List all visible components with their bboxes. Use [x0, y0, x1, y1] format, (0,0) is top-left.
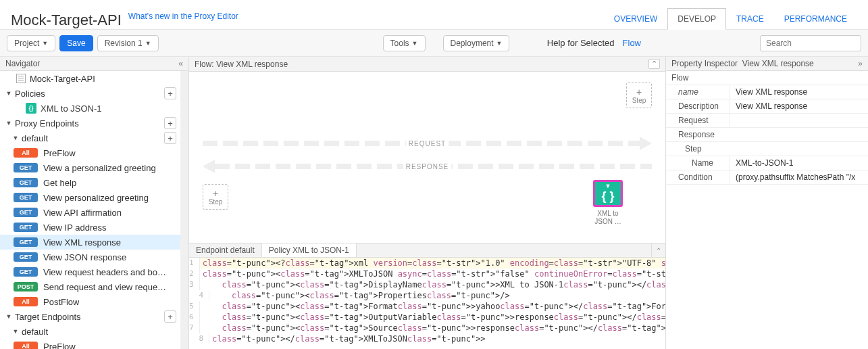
navigator-root[interactable]: Mock-Target-API: [0, 71, 188, 86]
add-response-step-button[interactable]: + Step: [203, 184, 228, 210]
collapse-sidebar-icon[interactable]: «: [178, 59, 183, 68]
chevron-down-icon: ▼: [5, 90, 12, 97]
flow-item[interactable]: AllPreFlow: [0, 145, 188, 160]
center-panel: Flow: View XML response ⌃ + Step REQUEST…: [189, 57, 665, 349]
navigator-header: Navigator «: [0, 57, 188, 71]
plus-icon: +: [636, 87, 642, 97]
flow-item[interactable]: GETView JSON response: [0, 250, 188, 264]
verb-badge: GET: [14, 193, 38, 202]
inspector-condition-row: Condition (proxy.pathsuffix MatchesPath …: [666, 170, 868, 185]
flow-item[interactable]: GETView XML response: [0, 235, 188, 250]
tools-dropdown[interactable]: Tools▼: [383, 35, 426, 51]
add-flow-button[interactable]: +: [164, 132, 176, 144]
target-endpoint-item[interactable]: ▼default: [0, 324, 188, 339]
code-line[interactable]: 4 class="t-punc"><class="t-tag">Properti…: [189, 290, 665, 301]
deployment-dropdown[interactable]: Deployment▼: [443, 35, 510, 51]
top-tabs: OVERVIEWDEVELOPTRACEPERFORMANCE: [604, 7, 857, 29]
flow-canvas-header: Flow: View XML response ⌃: [189, 57, 665, 72]
navigator-panel: Navigator « Mock-Target-API ▼ Policies +…: [0, 57, 189, 349]
policy-node-label: XML to JSON …: [591, 210, 625, 226]
flow-item[interactable]: GETView request headers and bo…: [0, 264, 188, 279]
save-button[interactable]: Save: [59, 35, 93, 51]
inspector-step-section: Step: [666, 142, 868, 156]
code-line[interactable]: 6 class="t-punc"><class="t-tag">OutputVa…: [189, 312, 665, 323]
inspector-step-name-row: Name XML-to-JSON-1: [666, 156, 868, 170]
chevron-down-icon: ▼: [5, 313, 12, 320]
flow-item[interactable]: AllPreFlow: [0, 339, 188, 349]
flow-item[interactable]: GETGet help: [0, 175, 188, 190]
arrow-down-icon: ▼: [605, 183, 611, 189]
code-line[interactable]: 7 class="t-punc"><class="t-tag">Sourcecl…: [189, 323, 665, 333]
code-editor[interactable]: 1class="t-punc"><?class="t-tag">xml vers…: [189, 258, 665, 349]
add-policy-button[interactable]: +: [164, 87, 176, 99]
verb-badge: All: [14, 297, 38, 306]
policy-item[interactable]: {}XML to JSON-1: [0, 101, 188, 116]
arrow-right-icon: [640, 137, 652, 150]
response-pipeline: RESPONSE: [203, 160, 652, 173]
tab-overview[interactable]: OVERVIEW: [604, 8, 667, 29]
policy-node-xml-to-json[interactable]: ▼ { } XML to JSON …: [591, 180, 625, 226]
project-dropdown[interactable]: Project▼: [7, 35, 55, 51]
editor-tab[interactable]: Endpoint default: [189, 243, 262, 257]
target-endpoints-section[interactable]: ▼ Target Endpoints +: [0, 309, 188, 324]
code-line[interactable]: 3 class="t-punc"><class="t-tag">DisplayN…: [189, 279, 665, 290]
add-target-endpoint-button[interactable]: +: [164, 310, 176, 323]
flow-help-link[interactable]: Flow: [623, 38, 641, 48]
chevron-down-icon: ▼: [42, 40, 48, 47]
verb-badge: GET: [14, 163, 38, 172]
policy-chip[interactable]: ▼ { }: [593, 180, 623, 207]
flow-item[interactable]: GETView IP address: [0, 220, 188, 235]
chevron-down-icon: ▼: [412, 40, 418, 47]
document-icon: [16, 74, 26, 83]
flow-item[interactable]: GETView a personalized greeting: [0, 160, 188, 175]
top-header: Mock-Target-API What's new in the Proxy …: [0, 0, 868, 30]
revision-dropdown[interactable]: Revision 1▼: [97, 35, 159, 51]
collapse-inspector-icon[interactable]: »: [858, 59, 863, 68]
minimize-editor-button[interactable]: ⌃: [651, 243, 665, 257]
response-label: RESPONSE: [403, 163, 452, 170]
scrollbar[interactable]: [180, 71, 188, 349]
code-line[interactable]: 5 class="t-punc"><class="t-tag">Formatcl…: [189, 301, 665, 312]
tab-trace[interactable]: TRACE: [726, 8, 774, 29]
flow-item[interactable]: GETView personalized greeting: [0, 190, 188, 205]
inspector-description-row: Description View XML response: [666, 99, 868, 114]
editor-tabs: Endpoint defaultPolicy XML to JSON-1 ⌃: [189, 243, 665, 258]
tab-develop[interactable]: DEVELOP: [667, 8, 726, 30]
navigator-tree: Mock-Target-API ▼ Policies + {}XML to JS…: [0, 71, 188, 349]
add-request-step-button[interactable]: + Step: [626, 83, 652, 108]
chevron-down-icon: ▼: [145, 40, 151, 47]
inspector-request-section: Request: [666, 114, 868, 128]
search-input[interactable]: [760, 35, 861, 51]
help-for-selected-label: Help for Selected: [547, 38, 615, 48]
flow-item[interactable]: GETView API affirmation: [0, 205, 188, 220]
tab-performance[interactable]: PERFORMANCE: [774, 8, 857, 29]
inspector-header: Property Inspector View XML response »: [666, 57, 868, 71]
plus-icon: +: [213, 189, 218, 198]
verb-badge: GET: [14, 237, 38, 247]
verb-badge: All: [14, 342, 38, 349]
verb-badge: POST: [14, 282, 38, 292]
proxy-endpoints-section[interactable]: ▼ Proxy Endpoints +: [0, 116, 188, 131]
code-line[interactable]: 2class="t-punc"><class="t-tag">XMLToJSON…: [189, 269, 665, 279]
verb-badge: GET: [14, 252, 38, 262]
arrow-left-icon: [203, 160, 215, 173]
add-proxy-endpoint-button[interactable]: +: [164, 117, 176, 129]
policy-icon: {}: [26, 103, 36, 114]
whats-new-link[interactable]: What's new in the Proxy Editor: [128, 11, 238, 21]
policies-section[interactable]: ▼ Policies +: [0, 86, 188, 101]
page-title: Mock-Target-API: [11, 11, 122, 29]
verb-badge: All: [14, 148, 38, 158]
request-label: REQUEST: [406, 140, 449, 147]
code-line[interactable]: 1class="t-punc"><?class="t-tag">xml vers…: [189, 258, 665, 269]
proxy-endpoint-item[interactable]: ▼default+: [0, 131, 188, 145]
chevron-down-icon: ▼: [12, 135, 19, 141]
chevron-down-icon: ▼: [12, 328, 19, 335]
code-line[interactable]: 8class="t-punc"></class="t-tag">XMLToJSO…: [189, 333, 665, 344]
flow-item[interactable]: AllPostFlow: [0, 294, 188, 309]
minimize-canvas-button[interactable]: ⌃: [648, 59, 660, 69]
verb-badge: GET: [14, 208, 38, 217]
editor-tab[interactable]: Policy XML to JSON-1: [262, 243, 357, 257]
flow-item[interactable]: POSTSend request and view reque…: [0, 279, 188, 294]
verb-badge: GET: [14, 267, 38, 277]
inspector-flow-section: Flow: [666, 71, 868, 85]
